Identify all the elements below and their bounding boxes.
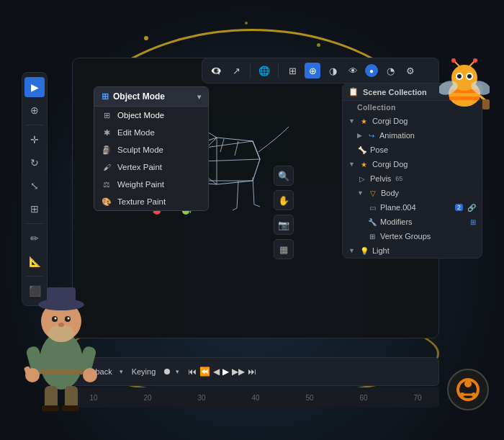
mode-vpaint-icon: 🖌 xyxy=(102,162,112,172)
tool-scale[interactable]: ⤡ xyxy=(24,176,45,196)
mode-item-texture-paint[interactable]: 🎨 Texture Paint xyxy=(94,193,208,210)
svg-point-45 xyxy=(58,323,64,327)
tree-item-body[interactable]: ▼ ▽ Body xyxy=(343,186,482,200)
mode-item-edit[interactable]: ✱ Edit Mode xyxy=(94,124,208,141)
tree-label-corgi-2: Corgi Dog xyxy=(372,160,408,169)
ruler-30: 30 xyxy=(194,394,209,402)
float-tool-grid[interactable]: ▦ xyxy=(274,239,294,259)
tree-icon-corgi-1: ★ xyxy=(359,116,369,126)
step-forward-btn[interactable]: ▶▶ xyxy=(232,367,245,377)
step-back-btn[interactable]: ◀ xyxy=(213,367,220,377)
svg-line-11 xyxy=(253,177,254,205)
svg-line-9 xyxy=(237,181,238,208)
jump-end-btn[interactable]: ⏭ xyxy=(248,367,256,377)
tree-item-corgi-1[interactable]: ▼ ★ Corgi Dog xyxy=(343,114,482,128)
tree-icon-pelvis: ▷ xyxy=(357,174,367,184)
tree-label-pelvis: Pelvis xyxy=(370,174,391,183)
tool-annotate[interactable]: ✏ xyxy=(24,228,45,248)
hdri-icon[interactable]: ◔ xyxy=(382,63,398,78)
view-menu-icon[interactable]: ⊞ xyxy=(284,63,300,78)
svg-point-67 xyxy=(451,58,456,63)
svg-point-63 xyxy=(467,74,472,78)
badge-num-pelvis: 65 xyxy=(395,175,402,182)
jump-prev-btn[interactable]: ⏪ xyxy=(199,367,210,377)
ruler-70: 70 xyxy=(410,394,425,402)
tree-item-vertex-groups[interactable]: ⊞ Vertex Groups xyxy=(343,229,482,243)
tree-item-modifiers[interactable]: 🔧 Modifiers ⊞ xyxy=(343,215,482,229)
mode-item-sculpt[interactable]: 🗿 Sculpt Mode xyxy=(94,141,208,158)
tool-move[interactable]: ✛ xyxy=(24,130,45,150)
mode-item-object[interactable]: ⊞ Object Mode xyxy=(94,107,208,124)
float-tool-search[interactable]: 🔍 xyxy=(274,166,294,186)
viewport-shading-icon[interactable]: 👁‍🗨 xyxy=(208,63,224,78)
tree-label-corgi-1: Corgi Dog xyxy=(372,117,408,125)
particle-1 xyxy=(144,36,148,40)
settings-icon[interactable]: ⚙ xyxy=(402,63,418,78)
tree-icon-plane: ▭ xyxy=(367,202,377,212)
playback-dot-dropdown[interactable]: ▾ xyxy=(176,368,179,375)
character-mascot xyxy=(22,267,101,411)
svg-point-77 xyxy=(472,392,476,397)
tree-label-vgroups: Vertex Groups xyxy=(380,232,431,241)
toolbar-divider-1 xyxy=(250,63,251,78)
tool-divider-1 xyxy=(26,125,43,125)
mode-edit-icon: ✱ xyxy=(102,127,112,138)
overlay-icon[interactable]: 🌐 xyxy=(256,63,272,78)
svg-rect-71 xyxy=(482,99,490,109)
mode-edit-label: Edit Mode xyxy=(117,128,155,137)
tree-item-animation[interactable]: ▶ ↪ Animation xyxy=(343,128,482,143)
timeline-bar: Playback ▾ Keying ▾ ⏮ ⏪ ◀ ▶ ▶▶ ⏭ xyxy=(72,357,439,386)
svg-point-72 xyxy=(448,369,488,410)
tree-label-pose: Pose xyxy=(370,145,388,154)
jump-start-btn[interactable]: ⏮ xyxy=(188,367,197,377)
tool-rotate[interactable]: ↻ xyxy=(24,153,45,173)
tree-item-plane004[interactable]: ▭ Plane.004 2 🔗 xyxy=(343,200,482,215)
ruler-marks: 10 20 30 40 50 60 70 xyxy=(86,394,425,402)
object-icon[interactable]: ⊕ xyxy=(305,63,320,78)
playback-dropdown-arrow[interactable]: ▾ xyxy=(120,368,123,375)
gizmo-icon[interactable]: ↗ xyxy=(228,63,244,78)
mode-object-label: Object Mode xyxy=(117,111,164,120)
mode-header-icon: ⊞ xyxy=(102,91,109,102)
top-toolbar: 👁‍🗨 ↗ 🌐 ⊞ ⊕ ◑ 👁 ● ◔ ⚙ xyxy=(202,58,439,84)
tree-arrow-light: ▼ xyxy=(348,247,355,254)
svg-point-44 xyxy=(48,325,74,342)
tree-icon-body: ▽ xyxy=(368,188,378,198)
tree-arrow-corgi-1: ▼ xyxy=(348,117,355,125)
mode-chevron: ▾ xyxy=(197,93,201,101)
tool-cursor[interactable]: ▶ xyxy=(24,77,45,97)
tool-transform[interactable]: ⊞ xyxy=(24,199,45,219)
scene-header-icon: 📋 xyxy=(348,87,359,96)
modifiers-expand-icon: ⊞ xyxy=(470,218,476,226)
play-btn[interactable]: ▶ xyxy=(222,367,229,377)
plane-link-icon: 🔗 xyxy=(467,204,476,212)
float-tool-camera[interactable]: 📷 xyxy=(274,215,294,235)
svg-line-15 xyxy=(253,141,260,159)
tree-icon-corgi-2: ★ xyxy=(359,159,369,169)
tree-arrow-animation: ▶ xyxy=(357,132,362,139)
mode-tpaint-icon: 🎨 xyxy=(102,197,112,207)
mode-sculpt-icon: 🗿 xyxy=(102,145,112,155)
svg-point-43 xyxy=(68,318,70,320)
mode-item-weight-paint[interactable]: ⚖ Weight Paint xyxy=(94,176,208,193)
tree-icon-vgroups: ⊞ xyxy=(367,231,377,241)
shading-solid-icon[interactable]: ◑ xyxy=(325,63,341,78)
blender-logo xyxy=(446,368,490,411)
ruler-60: 60 xyxy=(356,394,371,402)
tree-item-light[interactable]: ▼ 💡 Light xyxy=(343,243,482,258)
mode-header[interactable]: ⊞ Object Mode ▾ xyxy=(94,87,208,107)
shading-material-icon[interactable]: ● xyxy=(365,64,378,77)
tree-item-corgi-2[interactable]: ▼ ★ Corgi Dog xyxy=(343,157,482,171)
ruler-50: 50 xyxy=(302,394,317,402)
tree-label-animation: Animation xyxy=(379,131,415,140)
float-tool-grab[interactable]: ✋ xyxy=(274,190,294,210)
tree-item-pose[interactable]: 🦴 Pose xyxy=(343,143,482,157)
tool-select-box[interactable]: ⊕ xyxy=(24,100,45,120)
mode-wpaint-label: Weight Paint xyxy=(117,180,164,189)
playback-dot xyxy=(164,369,170,374)
mode-item-vertex-paint[interactable]: 🖌 Vertex Paint xyxy=(94,158,208,176)
shading-render-icon[interactable]: 👁 xyxy=(345,63,361,78)
tree-item-pelvis[interactable]: ▷ Pelvis 65 xyxy=(343,171,482,186)
svg-line-10 xyxy=(233,208,237,210)
mode-tpaint-label: Texture Paint xyxy=(117,197,166,206)
